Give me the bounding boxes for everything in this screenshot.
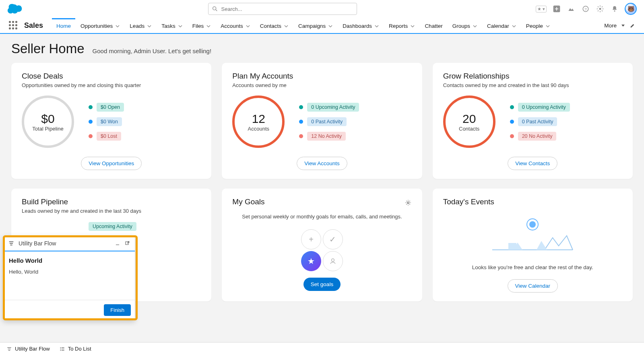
nav-item-tasks[interactable]: Tasks bbox=[157, 18, 187, 33]
ring-value: 20 bbox=[462, 112, 476, 126]
chevron-down-icon bbox=[206, 24, 211, 29]
help-icon[interactable]: ? bbox=[581, 4, 590, 13]
set-goals-button[interactable]: Set goals bbox=[303, 278, 341, 291]
flow-popover: Utility Bar Flow Hello World Hello, Worl… bbox=[3, 236, 135, 320]
card-my-goals: My Goals Set personal weekly or monthly … bbox=[222, 189, 422, 301]
nav-item-home[interactable]: Home bbox=[52, 18, 75, 33]
notifications-bell-icon[interactable] bbox=[610, 4, 619, 13]
settings-gear-icon[interactable] bbox=[405, 199, 412, 206]
nav-label: People bbox=[526, 23, 543, 29]
salesforce-logo[interactable] bbox=[7, 3, 25, 15]
svg-point-7 bbox=[407, 202, 409, 204]
star-icon[interactable]: ★ bbox=[301, 251, 321, 271]
nav-item-opportunities[interactable]: Opportunities bbox=[76, 18, 124, 33]
chevron-down-icon bbox=[328, 24, 333, 29]
nav-item-accounts[interactable]: Accounts bbox=[216, 18, 255, 33]
flow-icon bbox=[8, 240, 14, 247]
badge-past: 0 Past Activity bbox=[299, 117, 359, 126]
nav-label: Dashboards bbox=[343, 23, 372, 29]
chevron-down-icon bbox=[284, 24, 289, 29]
view-accounts-button[interactable]: View Accounts bbox=[297, 157, 347, 170]
card-title: Plan My Accounts bbox=[232, 72, 411, 81]
nav-item-dashboards[interactable]: Dashboards bbox=[338, 18, 384, 33]
card-close-deals: Close Deals Opportunities owned by me an… bbox=[11, 63, 211, 179]
nav-label: Tasks bbox=[161, 23, 175, 29]
minimize-icon[interactable] bbox=[115, 241, 120, 246]
app-name: Sales bbox=[24, 21, 43, 30]
global-header: ★▾ ? 🐻 bbox=[0, 0, 644, 18]
goals-icons: + ✓ ★ bbox=[300, 229, 344, 271]
nav-item-calendar[interactable]: Calendar bbox=[483, 18, 521, 33]
favorites-button[interactable]: ★▾ bbox=[536, 6, 547, 12]
nav-item-campaigns[interactable]: Campaigns bbox=[294, 18, 337, 33]
nav-item-leads[interactable]: Leads bbox=[125, 18, 156, 33]
badge-label: 0 Past Activity bbox=[518, 117, 557, 126]
view-calendar-button[interactable]: View Calendar bbox=[508, 279, 558, 293]
ring-value: $0 bbox=[41, 112, 54, 126]
finish-button[interactable]: Finish bbox=[104, 304, 131, 316]
nav-label: Calendar bbox=[487, 23, 509, 29]
global-search bbox=[208, 3, 357, 15]
triangle-down-icon bbox=[621, 23, 625, 28]
utility-bar-todo-item[interactable]: To Do List bbox=[60, 346, 91, 352]
plus-icon[interactable]: + bbox=[301, 229, 321, 249]
badge-label: $0 Won bbox=[97, 117, 122, 126]
view-opportunities-button[interactable]: View Opportunities bbox=[81, 157, 142, 170]
chevron-down-icon bbox=[473, 24, 477, 29]
person-icon[interactable] bbox=[323, 251, 343, 271]
card-title: Today's Events bbox=[443, 197, 622, 206]
popover-title: Utility Bar Flow bbox=[19, 240, 111, 247]
svg-text:?: ? bbox=[584, 7, 587, 11]
badge-upcoming: 0 Upcoming Activity bbox=[299, 103, 359, 112]
nav-item-groups[interactable]: Groups bbox=[448, 18, 482, 33]
more-label: More bbox=[604, 23, 617, 29]
view-contacts-button[interactable]: View Contacts bbox=[508, 157, 557, 170]
page-title: Seller Home bbox=[11, 41, 85, 56]
app-launcher-icon[interactable] bbox=[9, 21, 18, 30]
chevron-down-icon bbox=[374, 24, 379, 29]
trailhead-icon[interactable] bbox=[567, 4, 576, 13]
ring-label: Contacts bbox=[459, 126, 479, 132]
nav-label: Files bbox=[192, 23, 204, 29]
badge-label: 20 No Activity bbox=[518, 132, 557, 141]
search-input[interactable] bbox=[208, 3, 357, 15]
svg-point-6 bbox=[614, 10, 615, 12]
nav-label: Reports bbox=[389, 23, 408, 29]
nav-item-chatter[interactable]: Chatter bbox=[420, 18, 447, 33]
chevron-down-icon bbox=[178, 24, 183, 29]
setup-gear-icon[interactable] bbox=[596, 4, 605, 13]
svg-point-12 bbox=[60, 347, 61, 348]
add-icon[interactable] bbox=[552, 4, 561, 13]
nav-item-people[interactable]: People bbox=[522, 18, 555, 33]
card-title: My Goals bbox=[232, 197, 264, 206]
nav-label: Opportunities bbox=[80, 23, 113, 29]
pipeline-ring: $0 Total Pipeline bbox=[22, 95, 74, 148]
avatar[interactable]: 🐻 bbox=[625, 3, 637, 15]
card-title: Build Pipeline bbox=[22, 197, 201, 206]
nav-label: Leads bbox=[130, 23, 144, 29]
utility-bar-flow-item[interactable]: Utility Bar Flow bbox=[6, 346, 50, 352]
contacts-ring: 20 Contacts bbox=[443, 95, 495, 148]
svg-point-5 bbox=[599, 8, 601, 10]
search-icon bbox=[212, 6, 218, 12]
svg-point-8 bbox=[332, 259, 334, 262]
chevron-down-icon bbox=[410, 24, 415, 29]
check-icon[interactable]: ✓ bbox=[323, 229, 343, 249]
chevron-down-icon bbox=[246, 24, 250, 29]
utility-bar: Utility Bar Flow To Do List bbox=[0, 342, 644, 355]
svg-line-1 bbox=[216, 10, 217, 11]
edit-pencil-icon[interactable] bbox=[630, 22, 636, 29]
utility-label: Utility Bar Flow bbox=[15, 346, 50, 352]
nav-more[interactable]: More bbox=[604, 22, 636, 29]
ring-value: 12 bbox=[252, 112, 265, 126]
nav-item-reports[interactable]: Reports bbox=[384, 18, 419, 33]
nav-item-contacts[interactable]: Contacts bbox=[256, 18, 293, 33]
flow-popover-body: Hello World Hello, World bbox=[3, 251, 135, 300]
svg-point-10 bbox=[529, 221, 536, 228]
flow-body-text: Hello, World bbox=[9, 269, 129, 275]
badge-none: 12 No Activity bbox=[299, 132, 359, 141]
nav-item-files[interactable]: Files bbox=[188, 18, 216, 33]
badge-label: Upcoming Activity bbox=[89, 222, 136, 231]
popout-icon[interactable] bbox=[124, 241, 130, 246]
chevron-down-icon bbox=[115, 24, 120, 29]
